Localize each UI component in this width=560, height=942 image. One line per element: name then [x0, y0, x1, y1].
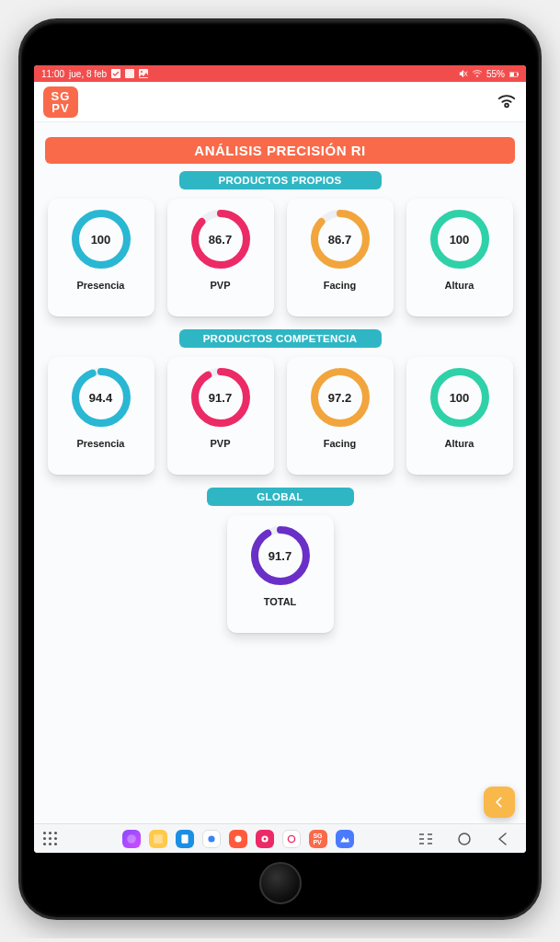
svg-rect-29	[181, 834, 188, 844]
status-time: 11:00	[41, 69, 64, 79]
status-battery: 55%	[486, 69, 505, 79]
logo-line1: SG	[51, 90, 71, 102]
gauge-value: 91.7	[189, 366, 252, 429]
gauge-label: TOTAL	[264, 596, 297, 607]
svg-rect-28	[154, 834, 163, 844]
svg-rect-0	[111, 69, 120, 78]
metric-card-altura[interactable]: 100 Altura	[406, 357, 513, 475]
logo-line2: PV	[51, 102, 71, 114]
status-date: jue, 8 feb	[69, 69, 107, 79]
dock-app-5[interactable]	[229, 830, 247, 848]
dock: SGPV	[122, 830, 354, 848]
image-icon	[139, 69, 148, 78]
svg-point-30	[208, 835, 214, 842]
dock-app-6[interactable]	[256, 830, 274, 848]
row-global: 91.7 TOTAL	[45, 515, 515, 633]
gauge-value: 100	[70, 208, 132, 270]
status-bar: 11:00 jue, 8 feb 55%	[34, 65, 526, 82]
svg-point-33	[263, 837, 266, 840]
gauge-label: Altura	[445, 438, 474, 449]
back-button[interactable]	[484, 787, 515, 818]
app-drawer-icon[interactable]	[43, 832, 58, 846]
gauge-label: PVP	[210, 438, 230, 449]
svg-rect-8	[510, 73, 514, 76]
gauge-facing: 97.2	[309, 366, 371, 429]
gauge-value: 97.2	[309, 366, 371, 429]
section-global-label: GLOBAL	[207, 488, 354, 506]
recent-apps-button[interactable]	[417, 831, 434, 847]
gauge-altura: 100	[429, 208, 491, 270]
gauge-total: 91.7	[249, 524, 312, 587]
page-title: ANÁLISIS PRECISIÓN RI	[45, 137, 515, 164]
app-logo[interactable]: SG PV	[43, 86, 78, 118]
mute-icon	[459, 69, 468, 78]
row-propios: 100 Presencia 86.7 PVP 86.7 Facing	[45, 199, 515, 316]
metric-card-presencia[interactable]: 94.4 Presencia	[48, 357, 154, 475]
gauge-presencia: 94.4	[70, 366, 132, 429]
svg-rect-7	[518, 74, 519, 76]
svg-point-3	[141, 71, 143, 73]
svg-rect-1	[125, 69, 134, 78]
svg-point-41	[459, 833, 470, 844]
gauge-label: Facing	[324, 280, 356, 291]
home-button-soft[interactable]	[456, 831, 473, 847]
dock-sgpv-icon[interactable]: SGPV	[309, 830, 327, 848]
app-header: SG PV	[34, 82, 526, 122]
metric-card-altura[interactable]: 100 Altura	[406, 199, 513, 316]
dock-app-9[interactable]	[336, 830, 354, 848]
svg-point-34	[288, 835, 294, 842]
gauge-value: 86.7	[189, 208, 252, 270]
back-button-soft[interactable]	[495, 831, 511, 847]
dock-app-7[interactable]	[282, 830, 301, 848]
hardware-home-button[interactable]	[259, 862, 302, 904]
metric-card-presencia[interactable]: 100 Presencia	[48, 199, 154, 316]
metric-card-pvp[interactable]: 86.7 PVP	[167, 199, 274, 316]
dock-app-1[interactable]	[122, 830, 141, 848]
system-nav-bar: SGPV	[34, 823, 526, 853]
dock-app-2[interactable]	[149, 830, 167, 848]
battery-icon	[509, 69, 519, 78]
tablet-frame: 11:00 jue, 8 feb 55%	[18, 18, 542, 920]
checkbox-icon	[111, 69, 120, 78]
gauge-facing: 86.7	[309, 208, 371, 270]
gauge-pvp: 91.7	[189, 366, 252, 429]
gauge-value: 91.7	[249, 524, 312, 587]
metric-card-pvp[interactable]: 91.7 PVP	[167, 357, 274, 475]
gauge-label: PVP	[210, 280, 230, 291]
row-competencia: 94.4 Presencia 91.7 PVP 97.2 Facing	[45, 357, 515, 475]
screen: 11:00 jue, 8 feb 55%	[34, 65, 526, 853]
wifi-small-icon	[473, 69, 482, 78]
dock-app-3[interactable]	[176, 830, 194, 848]
wifi-icon	[497, 90, 517, 114]
gauge-label: Altura	[445, 280, 474, 291]
metric-card-total[interactable]: 91.7 TOTAL	[227, 515, 334, 633]
svg-point-27	[127, 834, 136, 844]
gauge-label: Presencia	[77, 438, 125, 449]
gauge-pvp: 86.7	[189, 208, 252, 270]
gauge-presencia: 100	[70, 208, 132, 270]
settings-icon	[125, 69, 134, 78]
svg-point-31	[234, 835, 241, 842]
gauge-value: 100	[429, 208, 491, 270]
gauge-label: Facing	[324, 438, 356, 449]
content-area: ANÁLISIS PRECISIÓN RI PRODUCTOS PROPIOS …	[34, 122, 526, 853]
gauge-value: 86.7	[309, 208, 371, 270]
gauge-value: 94.4	[70, 366, 132, 429]
section-propios-label: PRODUCTOS PROPIOS	[179, 171, 382, 190]
metric-card-facing[interactable]: 97.2 Facing	[287, 357, 394, 475]
dock-app-4[interactable]	[202, 830, 221, 848]
gauge-value: 100	[429, 366, 491, 429]
metric-card-facing[interactable]: 86.7 Facing	[287, 199, 394, 316]
section-competencia-label: PRODUCTOS COMPETENCIA	[179, 329, 382, 348]
chevron-left-icon	[493, 796, 506, 809]
gauge-label: Presencia	[77, 280, 125, 291]
gauge-altura: 100	[429, 366, 491, 429]
